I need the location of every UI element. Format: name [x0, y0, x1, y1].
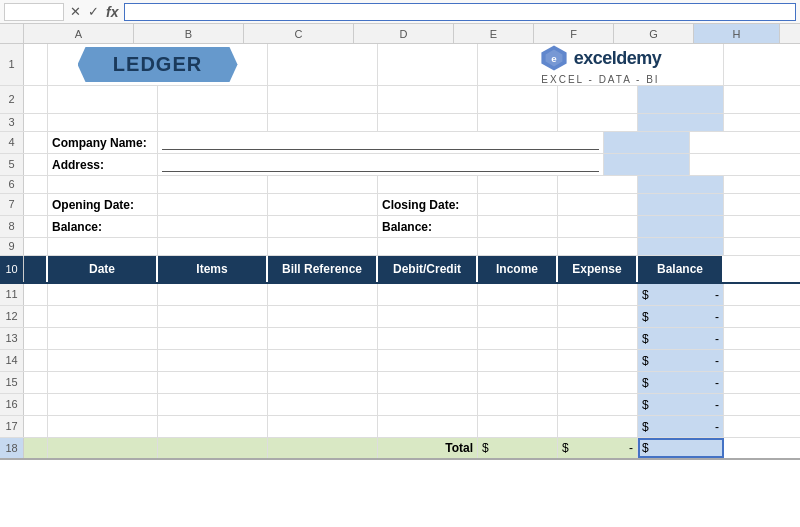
- cell-f8[interactable]: [478, 216, 558, 237]
- cell-g13[interactable]: [558, 328, 638, 349]
- cell-b2[interactable]: [48, 86, 158, 113]
- col-header-d[interactable]: D: [354, 24, 454, 43]
- col-header-f[interactable]: F: [534, 24, 614, 43]
- cell-a10[interactable]: [24, 256, 48, 282]
- col-header-c[interactable]: C: [244, 24, 354, 43]
- cell-g2[interactable]: [558, 86, 638, 113]
- cell-d16[interactable]: [268, 394, 378, 415]
- cell-g17[interactable]: [558, 416, 638, 437]
- cell-d7[interactable]: [268, 194, 378, 215]
- cell-b11[interactable]: [48, 284, 158, 305]
- cell-g12[interactable]: [558, 306, 638, 327]
- cell-d17[interactable]: [268, 416, 378, 437]
- cell-f2[interactable]: [478, 86, 558, 113]
- cell-f16[interactable]: [478, 394, 558, 415]
- cell-c6[interactable]: [158, 176, 268, 193]
- cell-b18[interactable]: [48, 438, 158, 458]
- cell-c7[interactable]: [158, 194, 268, 215]
- cell-e6[interactable]: [378, 176, 478, 193]
- cell-c3[interactable]: [158, 114, 268, 131]
- cell-f9[interactable]: [478, 238, 558, 255]
- cell-f6[interactable]: [478, 176, 558, 193]
- cell-a3[interactable]: [24, 114, 48, 131]
- cell-b9[interactable]: [48, 238, 158, 255]
- cell-h9[interactable]: [638, 238, 724, 255]
- cell-g15[interactable]: [558, 372, 638, 393]
- cell-a11[interactable]: [24, 284, 48, 305]
- cell-h4[interactable]: [604, 132, 690, 153]
- formula-input[interactable]: =C8+F18-G18: [124, 3, 796, 21]
- cell-g8[interactable]: [558, 216, 638, 237]
- cell-g16[interactable]: [558, 394, 638, 415]
- cell-h3[interactable]: [638, 114, 724, 131]
- cell-a2[interactable]: [24, 86, 48, 113]
- cell-a6[interactable]: [24, 176, 48, 193]
- cell-h8[interactable]: [638, 216, 724, 237]
- cell-e15[interactable]: [378, 372, 478, 393]
- cell-e13[interactable]: [378, 328, 478, 349]
- cell-a8[interactable]: [24, 216, 48, 237]
- cell-a16[interactable]: [24, 394, 48, 415]
- col-header-h[interactable]: H: [694, 24, 780, 43]
- cell-d2[interactable]: [268, 86, 378, 113]
- cell-d18[interactable]: [268, 438, 378, 458]
- cell-d14[interactable]: [268, 350, 378, 371]
- cell-e17[interactable]: [378, 416, 478, 437]
- cell-a12[interactable]: [24, 306, 48, 327]
- cell-g14[interactable]: [558, 350, 638, 371]
- cell-f12[interactable]: [478, 306, 558, 327]
- cell-c9[interactable]: [158, 238, 268, 255]
- cell-d8[interactable]: [268, 216, 378, 237]
- cell-e2[interactable]: [378, 86, 478, 113]
- cell-c8[interactable]: [158, 216, 268, 237]
- cell-b13[interactable]: [48, 328, 158, 349]
- cell-g6[interactable]: [558, 176, 638, 193]
- cell-a4[interactable]: [24, 132, 48, 153]
- cell-g11[interactable]: [558, 284, 638, 305]
- col-header-g[interactable]: G: [614, 24, 694, 43]
- cell-f15[interactable]: [478, 372, 558, 393]
- confirm-icon[interactable]: ✓: [86, 4, 101, 19]
- cell-g18[interactable]: $ -: [558, 438, 638, 458]
- cell-e16[interactable]: [378, 394, 478, 415]
- cell-c11[interactable]: [158, 284, 268, 305]
- cancel-icon[interactable]: ✕: [68, 4, 83, 19]
- cell-d1[interactable]: [268, 44, 378, 85]
- cell-f17[interactable]: [478, 416, 558, 437]
- cell-h15[interactable]: $ -: [638, 372, 724, 393]
- cell-f13[interactable]: [478, 328, 558, 349]
- cell-d15[interactable]: [268, 372, 378, 393]
- cell-e1[interactable]: [378, 44, 478, 85]
- col-header-e[interactable]: E: [454, 24, 534, 43]
- cell-f18-dollar[interactable]: $: [478, 438, 558, 458]
- cell-b12[interactable]: [48, 306, 158, 327]
- cell-a7[interactable]: [24, 194, 48, 215]
- cell-e3[interactable]: [378, 114, 478, 131]
- cell-c14[interactable]: [158, 350, 268, 371]
- cell-c18[interactable]: [158, 438, 268, 458]
- cell-d6[interactable]: [268, 176, 378, 193]
- cell-b14[interactable]: [48, 350, 158, 371]
- cell-d9[interactable]: [268, 238, 378, 255]
- cell-b15[interactable]: [48, 372, 158, 393]
- cell-a13[interactable]: [24, 328, 48, 349]
- fx-icon[interactable]: fx: [104, 4, 120, 20]
- cell-h13[interactable]: $ -: [638, 328, 724, 349]
- cell-h12[interactable]: $ -: [638, 306, 724, 327]
- address-value[interactable]: [158, 154, 604, 175]
- cell-f3[interactable]: [478, 114, 558, 131]
- cell-b3[interactable]: [48, 114, 158, 131]
- cell-h14[interactable]: $ -: [638, 350, 724, 371]
- cell-f11[interactable]: [478, 284, 558, 305]
- col-header-b[interactable]: B: [134, 24, 244, 43]
- cell-c12[interactable]: [158, 306, 268, 327]
- cell-d3[interactable]: [268, 114, 378, 131]
- cell-a9[interactable]: [24, 238, 48, 255]
- cell-h16[interactable]: $ -: [638, 394, 724, 415]
- cell-c2[interactable]: [158, 86, 268, 113]
- cell-f14[interactable]: [478, 350, 558, 371]
- cell-reference[interactable]: H18: [4, 3, 64, 21]
- cell-e9[interactable]: [378, 238, 478, 255]
- cell-b17[interactable]: [48, 416, 158, 437]
- cell-g3[interactable]: [558, 114, 638, 131]
